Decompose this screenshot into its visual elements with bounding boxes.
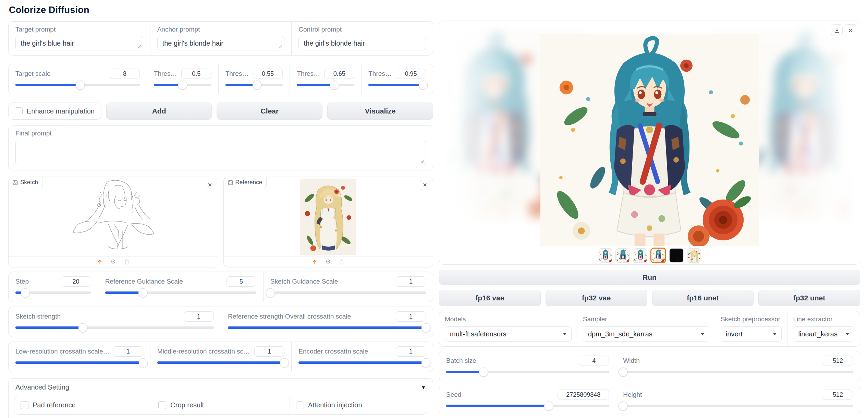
slider-thumb[interactable]	[280, 358, 289, 367]
slider-track[interactable]	[15, 291, 91, 294]
slider-track[interactable]	[15, 326, 214, 329]
slider-track[interactable]	[154, 84, 211, 86]
clipboard-icon[interactable]	[124, 259, 130, 265]
slider-thumb[interactable]	[75, 80, 85, 89]
slider-thumb[interactable]	[619, 367, 628, 377]
checkbox-icon[interactable]	[158, 401, 166, 409]
resize-grip-icon[interactable]	[420, 159, 424, 164]
checkbox-icon[interactable]	[21, 401, 28, 409]
sampler-dropdown[interactable]: dpm_3m_sde_karras	[583, 326, 709, 342]
add-button[interactable]: Add	[106, 103, 212, 120]
slider-value-input[interactable]: 4	[579, 356, 609, 366]
slider-thumb[interactable]	[78, 323, 87, 332]
close-icon[interactable]: ✕	[420, 180, 430, 190]
slider-track[interactable]	[15, 84, 140, 86]
slider-value-input[interactable]: 1	[113, 346, 143, 357]
line-extractor-dropdown[interactable]: lineart_keras	[793, 326, 854, 342]
slider-track[interactable]	[225, 84, 283, 86]
slider-track[interactable]	[623, 371, 853, 373]
fullscreen-icon[interactable]	[845, 24, 856, 36]
slider-track[interactable]	[15, 361, 143, 364]
gallery-thumbnail-1[interactable]	[598, 248, 612, 263]
reference-image[interactable]	[224, 177, 433, 256]
result-image[interactable]	[540, 34, 759, 246]
checkbox-icon[interactable]	[296, 401, 304, 409]
fp16-vae-button[interactable]: fp16 vae	[439, 290, 541, 306]
slider-value-input[interactable]: 8	[110, 69, 140, 79]
slider-value-input[interactable]: 1	[184, 311, 214, 322]
slider-track[interactable]	[446, 371, 609, 373]
slider-value-input[interactable]: 0.5	[181, 69, 211, 79]
slider-thumb[interactable]	[266, 288, 275, 297]
models-dropdown[interactable]: mult-ft.safetensors	[445, 326, 572, 342]
clear-button[interactable]: Clear	[217, 103, 322, 120]
sketch-preprocessor-dropdown[interactable]: invert	[721, 326, 782, 342]
slider-value-input[interactable]: 0.95	[396, 69, 426, 79]
final-prompt-input[interactable]	[15, 140, 426, 165]
slider-track[interactable]	[298, 361, 426, 364]
gallery-thumbnail-2[interactable]	[615, 248, 630, 263]
control-prompt-input[interactable]: the girl's blonde hair	[298, 36, 426, 50]
collapse-triangle-icon[interactable]: ▼	[421, 384, 426, 390]
slider-thumb[interactable]	[421, 323, 431, 332]
pad-reference-checkbox[interactable]: Pad reference	[14, 396, 152, 414]
slider-thumb[interactable]	[138, 288, 147, 297]
slider-value-input[interactable]: 20	[61, 276, 91, 287]
fp32-unet-button[interactable]: fp32 unet	[758, 290, 860, 306]
slider-value-input[interactable]: 0.65	[324, 69, 354, 79]
attention-injection-checkbox[interactable]: Attention injection	[290, 396, 427, 414]
slider-thumb[interactable]	[544, 401, 553, 410]
webcam-icon[interactable]	[325, 259, 331, 265]
resize-grip-icon[interactable]	[279, 45, 283, 49]
gallery-thumbnail-4-selected[interactable]	[650, 248, 666, 263]
slider-thumb[interactable]	[330, 80, 339, 89]
sketch-upload-panel[interactable]: Sketch ✕	[8, 177, 218, 267]
slider-value-input[interactable]: 0.55	[253, 69, 283, 79]
slider-thumb[interactable]	[252, 80, 261, 89]
slider-thumb[interactable]	[421, 358, 430, 367]
resize-grip-icon[interactable]	[137, 45, 142, 49]
upload-icon[interactable]	[97, 259, 103, 265]
slider-thumb[interactable]	[178, 80, 187, 89]
slider-value-input[interactable]: 1	[396, 311, 426, 322]
anchor-prompt-input[interactable]: the girl's blonde hair	[157, 36, 285, 50]
fp16-unet-button[interactable]: fp16 unet	[652, 290, 754, 306]
slider-value-input[interactable]: 1	[396, 346, 426, 357]
slider-thumb[interactable]	[138, 358, 148, 367]
advanced-setting-header[interactable]: Advanced Setting ▼	[14, 383, 427, 392]
slider-track[interactable]	[623, 405, 853, 407]
slider-track[interactable]	[368, 84, 426, 86]
clipboard-icon[interactable]	[339, 259, 344, 265]
slider-track[interactable]	[228, 326, 426, 329]
visualize-button[interactable]: Visualize	[327, 103, 433, 120]
webcam-icon[interactable]	[110, 259, 116, 265]
slider-track[interactable]	[446, 405, 609, 407]
slider-value-input[interactable]: 512	[823, 390, 853, 400]
slider-track[interactable]	[157, 361, 285, 364]
checkbox-icon[interactable]	[15, 107, 23, 115]
slider-track[interactable]	[297, 84, 354, 86]
gallery-thumbnail-6[interactable]	[687, 248, 701, 263]
enhance-manipulation-checkbox[interactable]: Enhance manipulation	[8, 103, 101, 120]
slider-thumb[interactable]	[619, 401, 628, 410]
run-button[interactable]: Run	[439, 270, 860, 285]
slider-value-input[interactable]: 2725809848	[558, 390, 609, 400]
slider-track[interactable]	[270, 291, 426, 294]
target-prompt-input[interactable]: the girl's blue hair	[15, 36, 143, 50]
slider-thumb[interactable]	[21, 288, 30, 297]
slider-track[interactable]	[105, 291, 256, 294]
slider-value-input[interactable]: 5	[226, 276, 256, 287]
slider-value-input[interactable]: 1	[396, 276, 426, 287]
gallery-thumbnail-3[interactable]	[633, 248, 647, 263]
download-icon[interactable]	[831, 24, 843, 36]
fp32-vae-button[interactable]: fp32 vae	[546, 290, 647, 306]
upload-icon[interactable]	[312, 259, 318, 265]
close-icon[interactable]: ✕	[205, 180, 215, 190]
gallery-thumbnail-5[interactable]	[669, 248, 684, 263]
slider-value-input[interactable]: 1	[254, 346, 284, 357]
slider-value-input[interactable]: 512	[823, 356, 853, 366]
slider-thumb[interactable]	[418, 80, 428, 89]
sketch-image[interactable]	[9, 177, 218, 256]
crop-result-checkbox[interactable]: Crop result	[152, 396, 289, 414]
reference-upload-panel[interactable]: Reference ✕	[223, 177, 433, 267]
